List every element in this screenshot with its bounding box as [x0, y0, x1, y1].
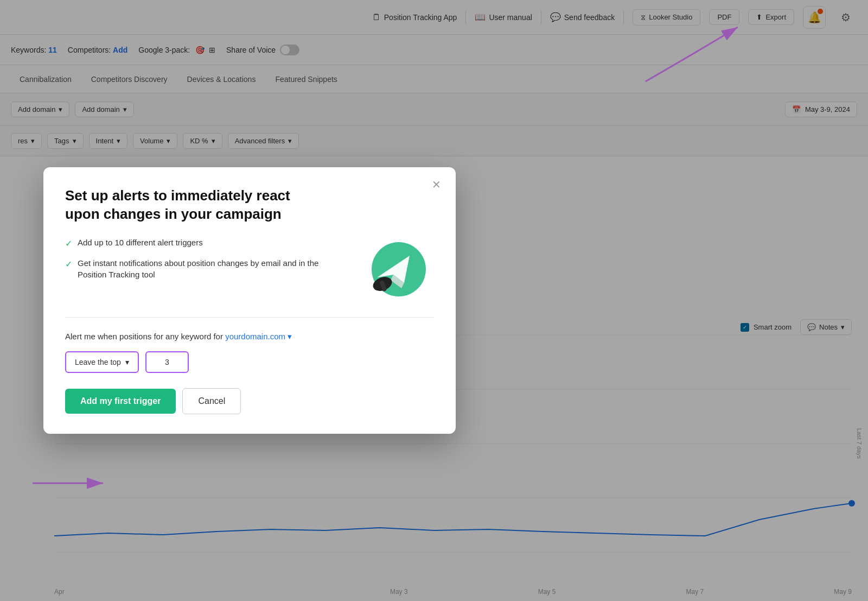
- modal-title: Set up alerts to immediately react upon …: [65, 187, 326, 224]
- modal-close-button[interactable]: ✕: [427, 176, 445, 193]
- add-trigger-button[interactable]: Add my first trigger: [65, 389, 176, 414]
- modal-actions: Add my first trigger Cancel: [65, 388, 434, 414]
- leave-top-select[interactable]: Leave the top ▾: [65, 351, 139, 373]
- modal-body: ✓ Add up to 10 different alert triggers …: [65, 237, 434, 302]
- alert-modal: ✕ Set up alerts to immediately react upo…: [43, 167, 456, 434]
- illustration-svg: [361, 239, 431, 299]
- chevron-down-icon-select: ▾: [125, 358, 129, 366]
- cancel-button[interactable]: Cancel: [182, 388, 241, 414]
- position-number-input[interactable]: [145, 351, 189, 373]
- alert-controls: Leave the top ▾: [65, 351, 434, 373]
- modal-features: ✓ Add up to 10 different alert triggers …: [65, 237, 347, 288]
- domain-link[interactable]: yourdomain.com: [225, 332, 288, 341]
- chevron-down-icon-domain[interactable]: ▾: [288, 332, 292, 341]
- check-icon-2: ✓: [65, 258, 72, 270]
- feature-item-2: ✓ Get instant notifications about positi…: [65, 257, 347, 280]
- modal-illustration: [358, 237, 434, 302]
- check-icon-1: ✓: [65, 238, 72, 250]
- alert-label: Alert me when positions for any keyword …: [65, 331, 434, 343]
- modal-overlay: ✕ Set up alerts to immediately react upo…: [0, 0, 868, 601]
- feature-item-1: ✓ Add up to 10 different alert triggers: [65, 237, 347, 250]
- modal-divider: [65, 317, 434, 318]
